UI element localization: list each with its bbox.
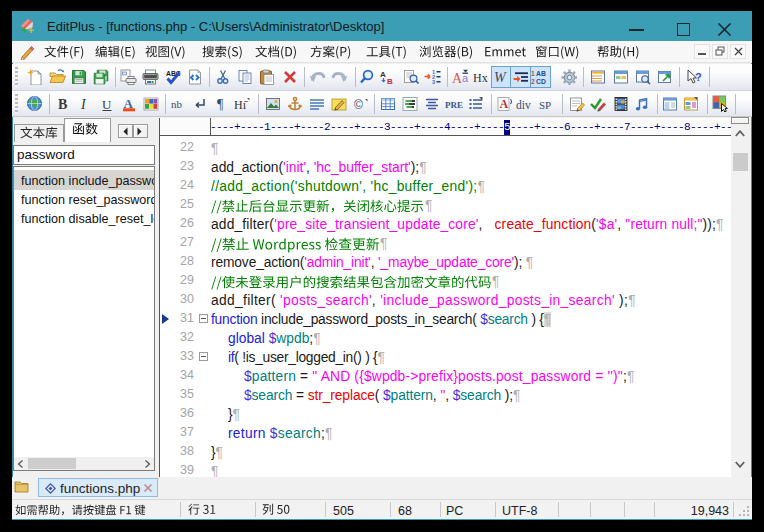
svg-text:1: 1 [531,70,535,77]
svg-text:Hı̄: Hı̄ [234,97,248,111]
svg-text:A: A [380,70,386,79]
svg-text:A: A [500,97,509,111]
svg-text:W: W [494,70,507,85]
svg-text:Hx: Hx [473,71,488,85]
svg-text:CD: CD [536,78,546,85]
svg-text:PRE: PRE [445,100,463,110]
svg-text:2: 2 [531,78,535,85]
svg-text:nb: nb [171,98,183,110]
svg-text:AB: AB [536,70,546,77]
svg-text:div: div [516,98,531,110]
svg-text:?: ? [695,71,702,83]
svg-text:U: U [102,96,112,111]
svg-text:©: © [354,97,363,111]
svg-text:3: 3 [432,79,435,85]
svg-text:I: I [80,97,87,112]
svg-text:¶: ¶ [217,97,224,112]
svg-text:SP: SP [539,98,551,110]
svg-text:B: B [58,97,67,112]
svg-text:B: B [387,77,393,85]
